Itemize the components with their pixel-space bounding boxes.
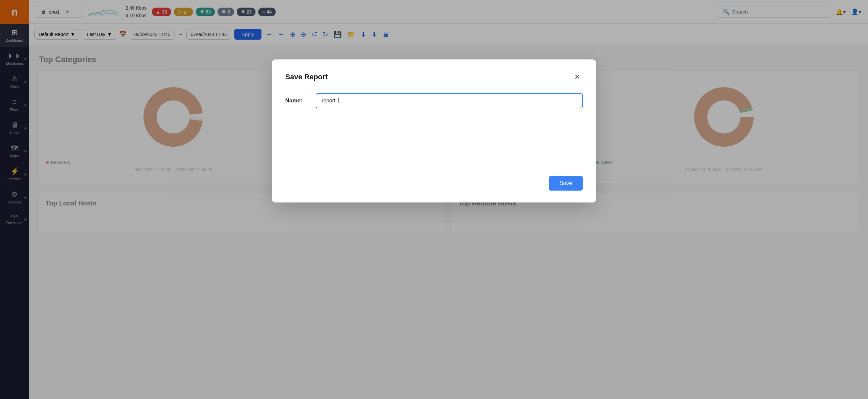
save-button[interactable]: Save (549, 176, 583, 191)
modal-header: Save Report ✕ (285, 71, 583, 82)
report-name-input[interactable] (316, 93, 583, 108)
modal-footer: Save (285, 168, 583, 191)
modal-close-button[interactable]: ✕ (571, 71, 583, 82)
modal-overlay[interactable]: Save Report ✕ Name: Save (0, 0, 868, 399)
modal-title: Save Report (285, 73, 328, 81)
save-report-modal: Save Report ✕ Name: Save (272, 60, 596, 202)
modal-body: Name: (285, 93, 583, 108)
name-label: Name: (285, 97, 303, 104)
